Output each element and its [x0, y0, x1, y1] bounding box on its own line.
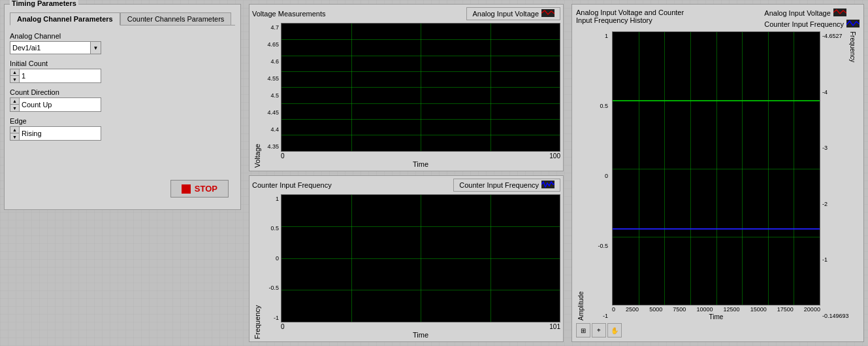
v-tick-1: 4.7: [261, 24, 279, 31]
grid-icon: ⊞: [581, 327, 586, 334]
hg-v-7: [794, 32, 794, 305]
svg-rect-3: [846, 20, 860, 27]
v-tick-8: 4.35: [261, 143, 279, 150]
tab-counter[interactable]: Counter Channels Parameters: [120, 12, 232, 25]
legend-freq-icon: [846, 20, 860, 29]
fg-v-3: [490, 195, 491, 322]
tabs-container: Analog Channel Parameters Counter Channe…: [10, 12, 235, 26]
analog-channel-group: Analog Channel Dev1/ai1 ▼: [10, 32, 235, 54]
freq-y-label: Frequency: [252, 194, 261, 339]
history-x-title: Time: [612, 313, 820, 320]
history-y-left-label: Amplitude: [577, 292, 585, 320]
hand-icon: ✋: [611, 327, 619, 334]
f-x-101: 101: [549, 323, 560, 330]
edge-down[interactable]: ▼: [10, 133, 19, 140]
freq-legend-icon: [541, 181, 555, 190]
edge-input[interactable]: [20, 127, 98, 140]
toolbar-btn-3[interactable]: ✋: [607, 323, 622, 337]
f-tick-1: 1: [261, 196, 279, 202]
edge-label: Edge: [10, 117, 235, 125]
voltage-plot: [281, 23, 560, 152]
h-x-20000: 20000: [804, 306, 820, 313]
stop-button[interactable]: STOP: [170, 180, 229, 198]
count-direction-input[interactable]: [20, 98, 98, 111]
h-y-1: 1: [585, 33, 608, 39]
center-panel: Voltage Measurements Analog Input Voltag…: [245, 0, 568, 346]
left-panel: Timing Parameters Analog Channel Paramet…: [0, 0, 245, 346]
grid-v-3: [490, 24, 491, 151]
hg-v-5: [742, 32, 743, 305]
edge-group: Edge ▲ ▼: [10, 117, 235, 141]
initial-count-up[interactable]: ▲: [10, 69, 19, 76]
voltage-y-label: Voltage: [252, 23, 261, 168]
freq-legend-label: Counter Input Frequency: [459, 181, 539, 189]
count-direction-up[interactable]: ▲: [10, 98, 19, 105]
toolbar-btn-1[interactable]: ⊞: [576, 323, 590, 337]
history-chart: Analog Input Voltage and Counter Input F…: [571, 4, 864, 342]
hg-v-4: [716, 32, 717, 305]
f-tick-4: -0.5: [261, 285, 279, 291]
hg-v-6: [768, 32, 769, 305]
freq-chart-area: Frequency 1 0.5 0 -0.5 -1: [252, 194, 560, 339]
initial-count-spinner[interactable]: ▲ ▼: [10, 69, 101, 83]
hg-v-3: [690, 32, 691, 305]
voltage-chart-header: Voltage Measurements Analog Input Voltag…: [252, 7, 560, 20]
h-yr-3: -3: [822, 145, 848, 151]
h-x-17500: 17500: [777, 306, 794, 313]
stop-icon: [182, 184, 191, 194]
count-direction-down[interactable]: ▼: [10, 105, 19, 111]
legend-freq-label: Counter Input Frequency: [764, 20, 844, 28]
analog-channel-dropdown[interactable]: Dev1/ai1 ▼: [10, 41, 101, 54]
initial-count-input[interactable]: [20, 69, 98, 82]
h-x-2500: 2500: [626, 306, 639, 313]
amplitude-signal: [613, 100, 820, 101]
v-tick-6: 4.45: [261, 109, 279, 116]
freq-chart-container: Counter Input Frequency Counter Input Fr…: [249, 175, 564, 343]
voltage-chart-area: Voltage 4.7 4.65 4.6 4.55 4.5 4.45 4.4 4…: [252, 23, 560, 168]
f-x-0: 0: [281, 323, 285, 330]
voltage-legend-label: Analog Input Voltage: [472, 10, 539, 18]
legend-freq-item: Counter Input Frequency: [764, 20, 860, 29]
count-direction-label: Count Direction: [10, 88, 235, 96]
history-legend: Analog Input Voltage Counter Input Frequ…: [764, 9, 860, 29]
count-direction-arrows[interactable]: ▲ ▼: [10, 98, 20, 111]
fg-v-2: [421, 195, 421, 322]
initial-count-down[interactable]: ▼: [10, 76, 19, 82]
edge-arrows[interactable]: ▲ ▼: [10, 127, 20, 140]
h-y-4: -0.5: [585, 243, 608, 249]
voltage-legend-button[interactable]: Analog Input Voltage: [466, 7, 560, 20]
h-yr-bot: -0.149693: [822, 313, 848, 319]
h-y-5: -1: [585, 313, 608, 319]
voltage-chart-title: Voltage Measurements: [252, 10, 326, 18]
voltage-chart-container: Voltage Measurements Analog Input Voltag…: [249, 4, 564, 171]
stop-label: STOP: [195, 184, 217, 194]
count-direction-spinner[interactable]: ▲ ▼: [10, 97, 101, 112]
history-title: Analog Input Voltage and Counter Input F…: [576, 9, 684, 24]
tab-analog[interactable]: Analog Channel Parameters: [10, 12, 120, 26]
initial-count-arrows[interactable]: ▲ ▼: [10, 69, 20, 82]
freq-legend-button[interactable]: Counter Input Frequency: [453, 179, 560, 192]
h-yr-top: -4.6527: [822, 33, 848, 39]
v-tick-5: 4.5: [261, 92, 279, 99]
edge-up[interactable]: ▲: [10, 127, 19, 133]
toolbar-btn-2[interactable]: ⌖: [592, 323, 606, 337]
v-tick-2: 4.65: [261, 41, 279, 48]
initial-count-group: Initial Count ▲ ▼: [10, 60, 235, 83]
v-tick-7: 4.4: [261, 126, 279, 133]
history-plot-area: Amplitude 1 0.5 0 -0.5 -1: [576, 31, 860, 320]
edge-spinner[interactable]: ▲ ▼: [10, 126, 101, 141]
history-main: 0 2500 5000 7500 10000 12500 15000 17500…: [612, 31, 820, 320]
svg-rect-0: [541, 9, 555, 17]
dropdown-arrow-icon[interactable]: ▼: [90, 42, 101, 54]
voltage-x-title: Time: [281, 160, 560, 168]
f-tick-5: -1: [261, 315, 279, 321]
freq-chart-header: Counter Input Frequency Counter Input Fr…: [252, 179, 560, 192]
freq-x-title: Time: [281, 331, 560, 339]
h-x-12500: 12500: [724, 306, 740, 313]
f-tick-2: 0.5: [261, 225, 279, 232]
h-y-2: 0.5: [585, 103, 608, 109]
grid-v-1: [351, 24, 352, 151]
v-tick-4: 4.55: [261, 75, 279, 82]
target-icon: ⌖: [597, 326, 601, 334]
v-x-0: 0: [281, 152, 285, 160]
